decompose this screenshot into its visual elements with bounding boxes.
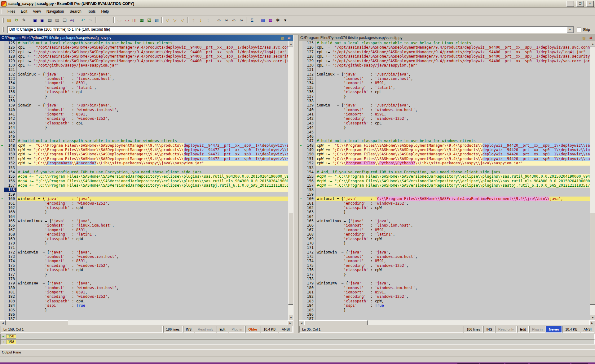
code-line[interactable]: 154# And, if you've configured IOM to us… [0, 170, 288, 174]
code-line[interactable]: 183 'classpath' : cpW, [0, 299, 288, 303]
code-line[interactable]: 141 'iomport' : 8591, [0, 112, 288, 116]
edit-file-icon[interactable]: ✎ [20, 17, 28, 24]
horizontal-scrollbar-second[interactable]: ◀ ▶ [299, 320, 595, 325]
horizontal-scroll-track[interactable] [6, 320, 288, 325]
code-line[interactable]: 145 [299, 130, 590, 134]
scroll-up-icon[interactable]: ▲ [590, 41, 595, 46]
code-line[interactable]: 146 [299, 134, 590, 139]
find-in-files-icon[interactable]: ∞ [238, 17, 245, 24]
code-line[interactable]: 158 [299, 188, 590, 192]
code-line[interactable]: 165winiomlinux = {'java' : 'java', [299, 219, 590, 223]
undo-icon[interactable]: ↶ [79, 17, 86, 24]
code-line[interactable]: 173 'iomhost' : 'windows.iom.host', [299, 254, 590, 259]
code-line[interactable]: 182 'encoding' : 'windows-1252', [299, 294, 590, 299]
code-line[interactable]: 156#cpW += ";C:\\Program Files\\SASHome\… [299, 179, 590, 183]
code-line[interactable]: 140 'iomhost' : 'windows.iom.host', [299, 108, 590, 112]
filter-added-icon[interactable]: ▽ [164, 17, 171, 24]
code-line[interactable]: 149cpW += ";C:\\Program Files\\SASHome\\… [0, 148, 288, 152]
menu-navigation[interactable]: Navigation [44, 8, 67, 15]
save-second-file-icon[interactable]: ▣ [39, 17, 46, 24]
code-line[interactable]: 159 [0, 192, 288, 197]
code-line[interactable]: 132iomlinux = {'java' : '/usr/bin/java', [299, 72, 590, 76]
skip-toggle[interactable]: Skip [575, 28, 593, 32]
code-line[interactable]: 145 [0, 130, 288, 134]
code-line[interactable]: 135 'encoding' : 'latin1', [299, 85, 590, 90]
open-files-icon[interactable]: ▨ [6, 17, 13, 24]
code-line[interactable]: 135 'encoding' : 'latin1', [0, 85, 288, 90]
code-line[interactable]: 186 [0, 312, 288, 317]
code-line[interactable]: 175 'encoding' : 'windows-1252', [0, 263, 288, 268]
copy-icon[interactable]: ❏ [61, 17, 68, 24]
code-line[interactable]: 139iomwin = {'java' : '/usr/bin/java', [299, 103, 590, 107]
save-first-file-icon[interactable]: ▣ [31, 17, 38, 24]
code-line[interactable]: 170 } [299, 241, 590, 245]
code-line[interactable]: 130cpL += ":/opt/github/saspy/java/saspy… [0, 63, 288, 67]
code-line[interactable]: 139iomwin = {'java' : '/usr/bin/java', [0, 103, 288, 107]
plugins-icon[interactable]: ▦ [267, 17, 274, 24]
horizontal-scroll-thumb[interactable] [304, 320, 368, 325]
menu-search[interactable]: Search [67, 8, 84, 15]
line-inspector-row[interactable]: →158 [0, 339, 595, 344]
code-line[interactable]: 136 'classpath' : cpL [0, 90, 288, 94]
scroll-down-icon[interactable]: ▼ [590, 315, 595, 320]
code-line[interactable]: 180 'iomhost' : 'windows.iom.host', [299, 286, 590, 290]
code-line[interactable]: 133 'iomhost' : 'linux.iom.host', [299, 76, 590, 81]
code-line[interactable]: 172winiomwin = {'java' : 'java', [0, 250, 288, 254]
code-line[interactable]: 174 'iomport' : 8591, [0, 259, 288, 263]
find-icon[interactable]: ∞ [215, 17, 223, 24]
pane-splitter[interactable] [293, 35, 299, 333]
code-line[interactable]: 171 [0, 245, 288, 250]
code-line[interactable]: 167 'iomport' : 8591, [0, 228, 288, 232]
show-first-pane-icon[interactable]: ▭ [116, 17, 123, 24]
code-line[interactable]: 178 [299, 277, 590, 281]
output-pane-caption[interactable]: Output Pane [0, 349, 595, 357]
code-line[interactable]: 153 [0, 166, 288, 170]
menu-tools[interactable]: Tools [84, 8, 99, 15]
code-line[interactable]: 147# build out a local classpath variabl… [299, 139, 590, 143]
code-line[interactable]: 130cpL += ":/opt/github/saspy/java/saspy… [299, 63, 590, 67]
show-second-pane-icon[interactable]: ▭ [123, 17, 130, 24]
search-icon[interactable]: ◎ [68, 17, 76, 24]
code-line[interactable]: 165winiomlinux = {'java' : 'java', [0, 219, 288, 223]
show-differences-grid-icon[interactable]: ▦ [138, 17, 145, 24]
close-button[interactable]: ✕ [586, 1, 594, 7]
code-line[interactable]: 159 [299, 192, 590, 197]
code-line[interactable]: 152cpW += ";C:\\Program Files\\Python\\P… [299, 161, 590, 165]
code-line[interactable]: 169 'classpath' : cpW [0, 237, 288, 241]
code-line[interactable]: 183 'classpath' : cpW, [299, 299, 590, 303]
code-line[interactable]: 168 'encoding' : 'latin1', [0, 232, 288, 236]
code-line[interactable]: 131 [299, 67, 590, 72]
settings-icon[interactable]: ✱ [274, 17, 281, 24]
code-line[interactable]: 186 [299, 312, 590, 317]
code-line[interactable]: 152cpW += ";C:\\ProgramData\\Anaconda3\\… [0, 161, 288, 165]
chevron-down-icon[interactable]: ▼ [567, 27, 573, 32]
file-path-bar-first[interactable]: C:\Program Files\Python37\Lib\site-packa… [0, 35, 293, 41]
code-line[interactable]: 137 } [0, 94, 288, 99]
code-line[interactable]: 128cpL += ":/opt/sasinside/SASHome/SASDe… [299, 54, 590, 58]
swap-files-icon[interactable]: ⇄ [286, 36, 292, 40]
code-line[interactable]: 127cpL += ":/opt/sasinside/SASHome/SASDe… [299, 50, 590, 54]
code-line[interactable]: 167 'iomport' : 8591, [299, 228, 590, 232]
code-line[interactable]: 182 'encoding' : 'windows-1252', [0, 294, 288, 299]
code-line[interactable]: 164 [0, 214, 288, 219]
code-line[interactable]: 180 'iomhost' : 'windows.iom.host', [0, 286, 288, 290]
code-line[interactable]: 166 'iomhost' : 'linux.iom.host', [299, 223, 590, 228]
current-diff-combobox[interactable]: Diff 4: Change 1 line (160, first file) … [7, 26, 574, 33]
code-line[interactable]: 177 } [0, 272, 288, 277]
code-line[interactable]: 125# build out a local classpath variabl… [299, 41, 590, 45]
toggle-checkboxes-icon[interactable]: ☑ [146, 17, 153, 24]
code-line[interactable]: 142 'encoding' : 'windows-1252', [299, 116, 590, 121]
code-line[interactable]: 144 } [299, 125, 590, 130]
diffbar-grip[interactable] [2, 27, 4, 32]
code-line[interactable]: →148cpW = "C:\\Program Files\\SASHome\\S… [299, 143, 590, 148]
vertical-scroll-track[interactable] [590, 46, 595, 315]
code-line[interactable]: 157#cpW += ";C:\\Program Files\\SASHome\… [0, 183, 288, 188]
code-line[interactable]: 146 [0, 134, 288, 139]
code-line[interactable]: 137 } [299, 94, 590, 99]
code-line[interactable]: 155#cpW += ";C:\\Program Files\\SASHome\… [299, 174, 590, 179]
maximize-button[interactable]: ❐ [576, 1, 584, 7]
find-next-icon[interactable]: ∞ [223, 17, 230, 24]
print-preview-icon[interactable]: ▤ [54, 17, 61, 24]
swap-files-icon[interactable]: ⇄ [588, 36, 593, 40]
print-icon[interactable]: ▤ [46, 17, 53, 24]
